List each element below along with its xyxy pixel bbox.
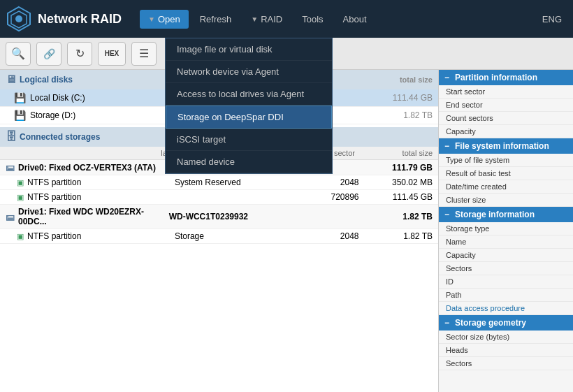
navbar: Network RAID ▼ Open Refresh ▼ RAID Tools…	[0, 0, 573, 38]
storage-row-ntfs1[interactable]: ▣ NTFS partition System Reserved 2048 35…	[0, 175, 438, 190]
nav-language[interactable]: ENG	[537, 10, 567, 29]
info-cluster-size[interactable]: Cluster size	[439, 194, 573, 207]
ntfs2-name: NTFS partition	[27, 192, 175, 202]
storage-geometry-header: − Storage geometry	[439, 315, 573, 331]
toolbar-search-btn[interactable]: 🔍	[6, 42, 31, 66]
info-capacity2[interactable]: Capacity	[439, 249, 573, 262]
info-count-sectors[interactable]: Count sectors	[439, 112, 573, 125]
disk-size-storage-d: 1.82 TB	[403, 110, 433, 120]
right-panel: − Partition information Start sector End…	[439, 70, 573, 392]
toolbar-hex-btn[interactable]: HEX	[98, 42, 126, 66]
dropdown-storage-deepspar[interactable]: Storage on DeepSpar DDI	[166, 106, 332, 129]
ntfs2-icon: ▣	[17, 193, 24, 202]
logo-icon	[6, 6, 32, 32]
info-start-sector[interactable]: Start sector	[439, 85, 573, 99]
col-header-size: total size	[355, 149, 433, 157]
nav-raid[interactable]: ▼ RAID	[242, 10, 291, 29]
disk-icon-local-c: 💾	[14, 92, 26, 103]
toolbar-agent-btn[interactable]: 🔗	[36, 42, 61, 66]
geometry-collapse-icon[interactable]: −	[444, 318, 449, 328]
ntfs3-name: NTFS partition	[27, 231, 175, 241]
drive1-size: 1.82 TB	[357, 212, 433, 222]
storage-row-ntfs3[interactable]: ▣ NTFS partition Storage 2048 1.82 TB	[0, 229, 438, 244]
info-heads[interactable]: Heads	[439, 344, 573, 357]
col-header-name	[6, 149, 161, 157]
info-sector-size[interactable]: Sector size (bytes)	[439, 331, 573, 344]
partition-info-header: − Partition information	[439, 70, 573, 85]
drive1-icon: 🖴	[6, 212, 15, 222]
drive0-size: 111.79 GB	[357, 163, 433, 173]
nav-tools[interactable]: Tools	[293, 10, 331, 29]
disk-icon-storage-d: 💾	[14, 110, 26, 121]
info-type-fs[interactable]: Type of file system	[439, 154, 573, 167]
disk-size-local-c: 111.44 GB	[393, 93, 433, 103]
ntfs1-label: System Reserved	[175, 177, 285, 187]
info-sectors2[interactable]: Sectors	[439, 357, 573, 370]
ntfs1-name: NTFS partition	[27, 177, 175, 187]
partition-collapse-icon[interactable]: −	[444, 73, 449, 82]
dropdown-access-local[interactable]: Access to local drives via Agent	[166, 83, 332, 106]
storage-collapse-icon[interactable]: −	[444, 210, 449, 219]
open-dropdown-menu: Image file or virtual disk Network devic…	[165, 38, 333, 174]
dropdown-image-file[interactable]: Image file or virtual disk	[166, 38, 332, 61]
info-basic-test[interactable]: Result of basic test	[439, 167, 573, 180]
toolbar-list-btn[interactable]: ☰	[131, 42, 157, 66]
ntfs1-icon: ▣	[17, 178, 24, 187]
ntfs1-size: 350.02 MB	[359, 177, 433, 187]
agent-icon: 🔗	[43, 48, 55, 59]
drive0-icon: 🖴	[6, 162, 15, 173]
svg-point-2	[15, 15, 22, 22]
info-capacity[interactable]: Capacity	[439, 125, 573, 138]
toolbar-refresh-btn[interactable]: ↻	[67, 42, 92, 66]
info-path[interactable]: Path	[439, 289, 573, 302]
ntfs2-sector: 720896	[285, 192, 358, 202]
info-id[interactable]: ID	[439, 275, 573, 289]
filesystem-collapse-icon[interactable]: −	[444, 141, 449, 151]
nav-refresh[interactable]: Refresh	[191, 10, 240, 29]
dropdown-network-device[interactable]: Network device via Agent	[166, 61, 332, 83]
drive1-label: WD-WCC1T0239932	[169, 212, 282, 222]
storages-icon: 🗄	[6, 131, 17, 143]
nav-about[interactable]: About	[335, 10, 375, 29]
info-end-sector[interactable]: End sector	[439, 99, 573, 112]
logical-disks-icon: 🖥	[6, 73, 17, 86]
ntfs3-size: 1.82 TB	[359, 231, 433, 241]
info-datetime[interactable]: Date/time created	[439, 180, 573, 194]
list-icon: ☰	[139, 47, 149, 60]
hex-label: HEX	[105, 50, 119, 57]
nav-open-arrow: ▼	[148, 15, 155, 23]
info-name[interactable]: Name	[439, 235, 573, 249]
drive0-name: Drive0: Fixed OCZ-VERTEX3 (ATA)	[18, 163, 169, 173]
total-size-col-label: total size	[400, 75, 433, 84]
app-title: Network RAID	[38, 12, 122, 27]
info-data-access[interactable]: Data access procedure	[439, 302, 573, 315]
refresh-icon: ↻	[75, 47, 85, 60]
storage-row-drive1[interactable]: 🖴 Drive1: Fixed WDC WD20EZRX-00DC... WD-…	[0, 205, 438, 229]
filesystem-info-header: − File system information	[439, 138, 573, 154]
app-logo: Network RAID	[6, 6, 131, 32]
storage-info-header: − Storage information	[439, 207, 573, 222]
ntfs3-icon: ▣	[17, 232, 24, 241]
ntfs3-label: Storage	[175, 231, 285, 241]
dropdown-named-device[interactable]: Named device	[166, 151, 332, 173]
drive1-name: Drive1: Fixed WDC WD20EZRX-00DC...	[18, 207, 169, 226]
nav-open[interactable]: ▼ Open	[140, 10, 189, 29]
search-icon: 🔍	[11, 47, 25, 60]
ntfs1-sector: 2048	[285, 177, 358, 187]
info-storage-type[interactable]: Storage type	[439, 222, 573, 235]
ntfs2-size: 111.45 GB	[359, 192, 433, 202]
nav-raid-arrow: ▼	[251, 15, 258, 23]
dropdown-iscsi[interactable]: iSCSI target	[166, 129, 332, 151]
storage-row-ntfs2[interactable]: ▣ NTFS partition 720896 111.45 GB	[0, 190, 438, 205]
ntfs3-sector: 2048	[285, 231, 358, 241]
info-sectors[interactable]: Sectors	[439, 262, 573, 275]
